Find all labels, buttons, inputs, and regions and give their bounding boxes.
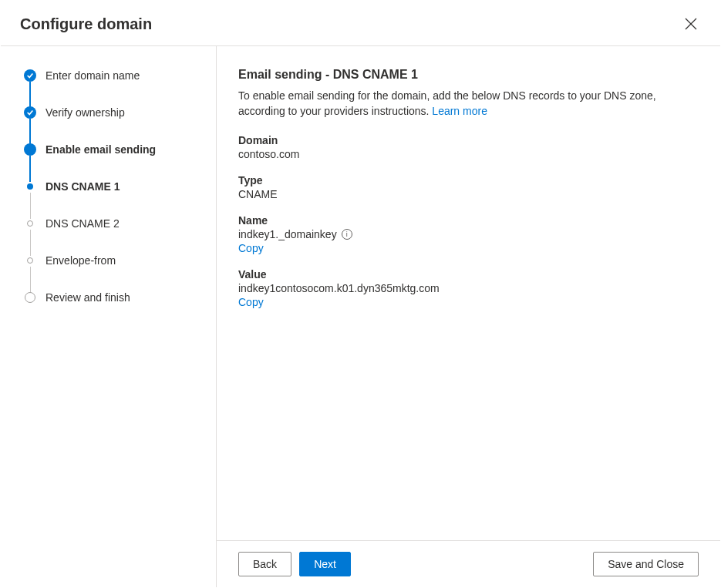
save-and-close-button[interactable]: Save and Close: [593, 552, 699, 576]
field-name: Name indkey1._domainkey i Copy: [238, 214, 699, 254]
back-button[interactable]: Back: [238, 552, 291, 576]
connector-line: [30, 193, 31, 219]
step-label: Verify ownership: [45, 106, 125, 119]
field-label: Type: [238, 174, 699, 186]
field-value: indkey1._domainkey: [238, 228, 337, 240]
substep-envelope-from[interactable]: Envelope-from: [24, 254, 202, 291]
pending-substep-icon: [27, 220, 33, 227]
connector-line: [30, 267, 31, 293]
step-label: Enable email sending: [45, 143, 156, 156]
field-label: Domain: [238, 134, 699, 146]
current-step-icon: [24, 143, 36, 156]
step-review-and-finish[interactable]: Review and finish: [24, 291, 202, 307]
step-label: DNS CNAME 1: [45, 180, 120, 193]
substep-dns-cname-1[interactable]: DNS CNAME 1: [24, 180, 202, 217]
dialog-footer: Back Next Save and Close: [217, 540, 720, 587]
step-enable-email-sending[interactable]: Enable email sending: [24, 143, 202, 180]
connector-line: [29, 82, 31, 108]
check-circle-icon: [24, 106, 36, 119]
content-heading: Email sending - DNS CNAME 1: [238, 68, 699, 82]
step-label: Review and finish: [45, 291, 130, 304]
substep-dns-cname-2[interactable]: DNS CNAME 2: [24, 217, 202, 254]
close-icon: [685, 18, 697, 30]
wizard-steps-nav: Enter domain name Verify ownership Enabl…: [1, 46, 217, 587]
info-icon[interactable]: i: [342, 229, 352, 240]
current-substep-icon: [27, 183, 33, 190]
content-area: Email sending - DNS CNAME 1 To enable em…: [217, 46, 720, 540]
copy-value-link[interactable]: Copy: [238, 296, 264, 308]
field-value: indkey1contosocom.k01.dyn365mktg.com: [238, 282, 699, 294]
content-description: To enable email sending for the domain, …: [238, 88, 699, 119]
pending-step-icon: [25, 292, 35, 303]
field-value-record: Value indkey1contosocom.k01.dyn365mktg.c…: [238, 268, 699, 308]
step-enter-domain-name[interactable]: Enter domain name: [24, 69, 202, 106]
main-panel: Email sending - DNS CNAME 1 To enable em…: [217, 46, 720, 587]
copy-name-link[interactable]: Copy: [238, 242, 264, 254]
next-button[interactable]: Next: [299, 552, 351, 576]
dialog-body: Enter domain name Verify ownership Enabl…: [1, 46, 720, 587]
pending-substep-icon: [27, 257, 33, 264]
check-circle-icon: [24, 69, 36, 82]
step-label: Enter domain name: [45, 69, 140, 82]
field-value: contoso.com: [238, 148, 699, 160]
connector-line: [29, 119, 31, 145]
field-type: Type CNAME: [238, 174, 699, 200]
step-label: Envelope-from: [45, 254, 116, 267]
dialog-title: Configure domain: [20, 15, 152, 33]
dialog-header: Configure domain: [1, 1, 720, 46]
step-label: DNS CNAME 2: [45, 217, 120, 230]
field-label: Value: [238, 268, 699, 281]
dialog-configure-domain: Configure domain Enter domain name: [0, 0, 721, 588]
step-verify-ownership[interactable]: Verify ownership: [24, 106, 202, 143]
field-domain: Domain contoso.com: [238, 134, 699, 160]
connector-line: [30, 230, 31, 256]
connector-line: [29, 156, 31, 182]
close-button[interactable]: [679, 12, 703, 36]
field-label: Name: [238, 214, 699, 227]
learn-more-link[interactable]: Learn more: [432, 105, 487, 117]
field-value: CNAME: [238, 188, 699, 200]
